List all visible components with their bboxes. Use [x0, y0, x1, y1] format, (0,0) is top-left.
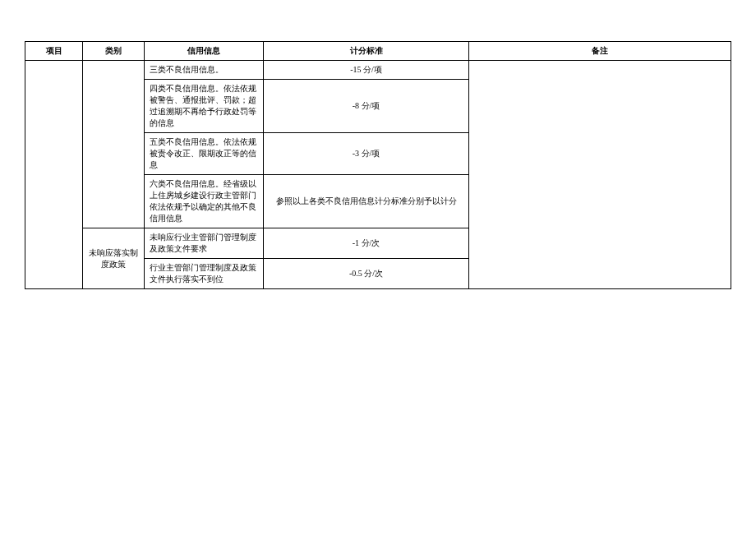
header-score: 计分标准 — [264, 42, 469, 61]
info-cell: 三类不良信用信息。 — [145, 61, 264, 80]
project-cell — [25, 61, 83, 289]
header-info: 信用信息 — [145, 42, 264, 61]
info-cell: 四类不良信用信息。依法依规被警告、通报批评、罚款；超过追溯期不再给予行政处罚等的… — [145, 80, 264, 133]
info-cell: 未响应行业主管部门管理制度及政策文件要求 — [145, 228, 264, 259]
score-cell: -15 分/项 — [264, 61, 469, 80]
scoring-table: 项目 类别 信用信息 计分标准 备注 三类不良信用信息。 -15 分/项 四类不… — [25, 41, 731, 289]
info-cell: 五类不良信用信息。依法依规被责令改正、限期改正等的信息 — [145, 133, 264, 175]
header-category: 类别 — [83, 42, 145, 61]
table-row: 三类不良信用信息。 -15 分/项 — [25, 61, 731, 80]
category-cell-2: 未响应落实制度政策 — [83, 228, 145, 289]
score-cell: -1 分/次 — [264, 228, 469, 259]
score-cell: -0.5 分/次 — [264, 259, 469, 289]
header-remark: 备注 — [469, 42, 731, 61]
score-cell: -3 分/项 — [264, 133, 469, 175]
header-project: 项目 — [25, 42, 83, 61]
table-header-row: 项目 类别 信用信息 计分标准 备注 — [25, 42, 731, 61]
info-cell: 行业主管部门管理制度及政策文件执行落实不到位 — [145, 259, 264, 289]
info-cell: 六类不良信用信息。经省级以上住房城乡建设行政主管部门依法依规予以确定的其他不良信… — [145, 175, 264, 228]
score-cell: -8 分/项 — [264, 80, 469, 133]
category-cell-1 — [83, 61, 145, 228]
remark-cell — [469, 61, 731, 289]
score-cell: 参照以上各类不良信用信息计分标准分别予以计分 — [264, 175, 469, 228]
